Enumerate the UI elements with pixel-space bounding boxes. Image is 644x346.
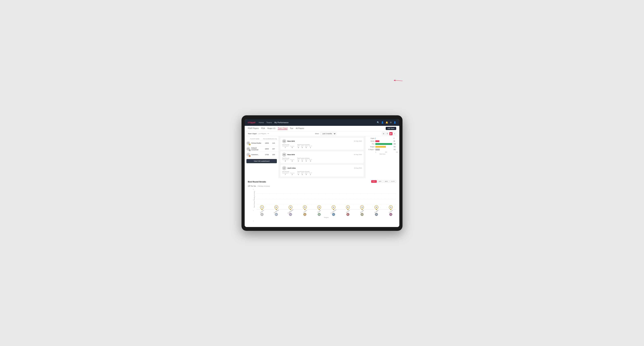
player-name: Richard Butler (251, 142, 262, 144)
pb-score: 17/20 (264, 154, 270, 156)
subnav-tour[interactable]: Tour (290, 127, 293, 130)
list-view-btn[interactable]: ☰ (386, 132, 389, 135)
player-label-4: J. Coles JC (300, 211, 310, 216)
card-stats: Total Rounds Tournament 7 Practice 6 (282, 144, 362, 148)
player-label-5: R. Britt RB (314, 211, 324, 216)
practice-activities-label: Total Practice Activities (297, 158, 312, 159)
total-rounds-label: Total Rounds (282, 171, 294, 172)
nav-links: Home Teams My Performance (259, 121, 374, 124)
app-label: APP (301, 159, 304, 160)
player-scores: 18/20 107 (264, 148, 277, 150)
filter-buttons: OTT APP ARG PUTT (371, 180, 396, 183)
streak-dot-4 (304, 209, 306, 210)
filter-app[interactable]: APP (377, 180, 383, 183)
search-icon[interactable]: 🔍 (377, 121, 380, 124)
view-leaderboard-button[interactable]: View Full Leaderboard (246, 159, 277, 163)
y-tick-0: 0 (253, 220, 254, 222)
filter-arg[interactable]: ARG (384, 180, 389, 183)
add-team-button[interactable]: Add Team (386, 127, 396, 130)
total-rounds-label: Total Rounds (282, 158, 294, 159)
edit-icon[interactable]: ✏ (268, 133, 269, 135)
streak-dot-10 (390, 209, 391, 210)
filter-ott[interactable]: OTT (371, 180, 377, 183)
streak-dot-8 (362, 209, 362, 210)
app-col: APP 0 (301, 146, 304, 148)
player-avatar-bottom-9: RB (375, 213, 378, 216)
controls-row: Team Clippd | 14 Players ✏ Show Last 3 m… (245, 131, 399, 136)
player-label-6: E. Crossman EC (328, 211, 339, 216)
nav-home[interactable]: Home (259, 121, 264, 124)
tournament-col: Tournament 7 (282, 173, 288, 175)
subnav-all-players[interactable]: All Players (296, 127, 304, 130)
pb-avg-sq: 110 (270, 142, 277, 144)
avatar-icon[interactable]: 👤 (394, 121, 396, 124)
x-axis: 0 200 400 (367, 152, 398, 153)
rounds-subrow: Tournament 7 Practice 6 (282, 146, 294, 148)
table-row[interactable]: C 3 Cameron... 17/20 103 (245, 152, 278, 158)
y-axis-ticks: 0 2 4 6 (253, 189, 254, 222)
player-avatar-bottom-5: RB (318, 213, 321, 216)
arg-val: 0 (305, 160, 308, 162)
ott-label: OTT (297, 146, 300, 147)
practice-label: Practice (290, 159, 294, 160)
ott-val: 0 (297, 174, 300, 175)
streaks-title: Best Round Streaks (248, 181, 266, 183)
player-labels-row: E. Elvert EE B. McHarg BM D. Billingham … (256, 211, 396, 216)
practice-label: Practice (290, 173, 294, 174)
streak-dot-5 (319, 209, 320, 210)
subnav-pga[interactable]: PGA (261, 127, 265, 130)
settings-icon[interactable]: ⚙ (390, 121, 392, 124)
player-name: Cameron... (251, 154, 262, 156)
streak-dot-3 (290, 209, 291, 210)
practice-val: 4 (290, 160, 294, 162)
arg-col: ARG 0 (305, 146, 308, 148)
ott-label: OTT (297, 159, 300, 160)
card-view-btn[interactable]: ▦ (390, 132, 392, 135)
tournament-val: 7 (282, 147, 288, 148)
player-card: RB Rees Britt 02 Sep 2023 Total Rounds T… (280, 138, 364, 150)
grid-view-btn[interactable]: ⊞ (382, 132, 385, 135)
bar-row-pars: Pars 499 (367, 143, 398, 145)
ott-val: 0 (297, 160, 300, 162)
subnav-hcaps[interactable]: Hcaps 1-5 (268, 127, 276, 130)
subnav-team-clippd[interactable]: Team Clippd (278, 127, 288, 130)
card-date: 26 Aug 2023 (354, 167, 362, 169)
card-avatar: JC (282, 166, 286, 170)
ott-col: OTT 0 (297, 173, 300, 175)
streak-bubble-4: 5x (303, 205, 307, 209)
bell-icon[interactable]: 🔔 (386, 121, 388, 124)
table-row[interactable]: RB 1 Richard Butler 19/20 110 (245, 140, 278, 146)
subnav-pgat-players[interactable]: PGAT Players (248, 127, 259, 130)
card-avatar: RB (282, 139, 286, 143)
nav-teams[interactable]: Teams (266, 121, 272, 124)
sub-nav: PGAT Players PGA Hcaps 1-5 Team Clippd T… (245, 126, 399, 131)
nav-my-performance[interactable]: My Performance (274, 121, 288, 124)
bar-container-bogeys (376, 146, 392, 148)
app-label: APP (301, 146, 304, 147)
practice-col: Practice 4 (290, 159, 294, 162)
streak-bubble-3: 6x (288, 205, 292, 209)
putt-label: PUTT (309, 173, 312, 174)
player-avatar-bottom-2: BM (275, 213, 278, 216)
player-label-7: B. Ford BF (342, 211, 353, 216)
bar-row-eagles: Eagles 3 (367, 138, 398, 139)
bar-fill-birdies (376, 140, 380, 142)
filter-putt[interactable]: PUTT (390, 180, 396, 183)
card-stats: Total Rounds Tournament 8 Practice 4 (282, 158, 362, 162)
bar-row-bogeys: Bogeys 311 (367, 146, 398, 148)
table-view-btn[interactable]: ≡ (393, 132, 396, 135)
subtitle-metric: Fairway Accuracy (258, 185, 270, 187)
activities-subrow: OTT 0 APP 0 ARG 0 (297, 146, 312, 148)
player-name-label-7: B. Ford (346, 210, 350, 213)
table-row[interactable]: EC 2 Edward Crossman 18/20 107 (245, 146, 278, 152)
streak-bubble-8: 4x (360, 205, 364, 209)
period-select[interactable]: Last 3 months (320, 132, 336, 135)
bar-val-bogeys: 311 (394, 146, 398, 147)
chart-bars-row: 7x 6x 6x (256, 189, 396, 210)
user-icon[interactable]: 👤 (381, 121, 384, 124)
streaks-subtitle: Off The Tee , Fairway Accuracy (248, 184, 396, 187)
putt-col: PUTT 1 (309, 146, 312, 148)
rank-badge: 1 (249, 144, 250, 145)
putt-label: PUTT (309, 159, 312, 160)
rounds-subrow: Tournament 7 Practice 2 (282, 173, 294, 175)
